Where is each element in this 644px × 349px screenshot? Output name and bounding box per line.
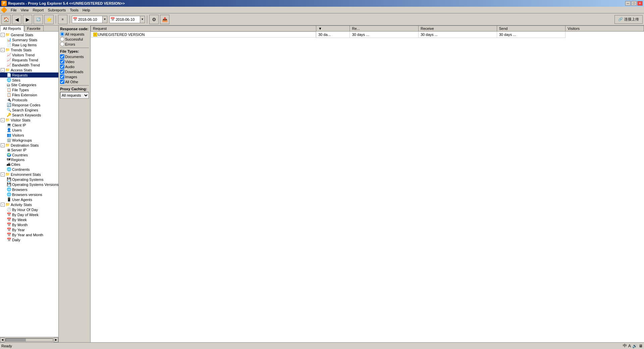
tree-horizontal-scroll[interactable]: ◀ ▶ (0, 337, 58, 342)
minimize-button[interactable]: ─ (625, 1, 631, 6)
tree-item-regions[interactable]: 🗺 Regions (0, 157, 58, 162)
toolbar-export-btn[interactable]: 📤 (160, 15, 169, 24)
col-requests[interactable]: Re... (350, 26, 419, 32)
tree-item-by-year[interactable]: 📅 By Year (0, 227, 58, 232)
radio-all-requests[interactable]: All requests (60, 32, 89, 36)
tree-item-site-categories[interactable]: 🗂 Site Categories (0, 83, 58, 87)
toolbar-btn-3[interactable]: ▶ (23, 15, 32, 24)
col-send[interactable]: Send (497, 26, 566, 32)
tree-item-by-hour[interactable]: 🕐 By Hour Of Day (0, 207, 58, 212)
tree-item-response-codes[interactable]: 🔄 Response Codes (0, 102, 58, 107)
tree-item-continents[interactable]: 🌐 Continents (0, 167, 58, 172)
tree-item-os-versions[interactable]: 💾 Operating Systems Versions (0, 182, 58, 187)
tree-item-visitors[interactable]: 👥 Visitors (0, 133, 58, 138)
menu-report[interactable]: Report (31, 7, 46, 13)
tree-item-general-stats[interactable]: - 📁 General Stats (0, 32, 58, 37)
expand-destination-stats[interactable]: - (1, 143, 5, 147)
tree-item-by-month[interactable]: 📅 By Month (0, 222, 58, 227)
menu-file[interactable]: File (9, 7, 19, 13)
date-to-input[interactable] (116, 16, 140, 23)
tree-item-browsers[interactable]: 🌐 Browsers (0, 187, 58, 192)
tree-item-file-types[interactable]: 📋 File Types (0, 87, 58, 92)
expand-activity-stats[interactable]: - (1, 203, 5, 207)
toolbar-layout-btn[interactable]: ≡ (58, 15, 67, 24)
toolbar-btn-1[interactable]: 🏠 (1, 15, 11, 24)
tree-item-workgroups[interactable]: 🏢 Workgroups (0, 138, 58, 143)
tree-item-search-keywords[interactable]: 🔑 Search Keywords (0, 112, 58, 117)
date-from-input[interactable] (78, 16, 102, 23)
cb-all-other[interactable]: All Othe (60, 80, 89, 84)
radio-successful-input[interactable] (60, 37, 64, 41)
scroll-right-btn[interactable]: ▶ (54, 338, 58, 342)
tree-item-environment-stats[interactable]: - 📁 Environment Stats (0, 172, 58, 177)
cb-video-input[interactable] (60, 59, 64, 64)
tree-item-trends-stats[interactable]: - 📁 Trends Stats (0, 47, 58, 52)
date-from-dropdown[interactable]: ▼ (102, 16, 107, 23)
tree-item-operating-systems[interactable]: 💾 Operating Systems (0, 177, 58, 182)
col-visitors[interactable]: Visitors (566, 26, 644, 32)
radio-errors[interactable]: Errors (60, 42, 89, 46)
tree-item-protocols[interactable]: 🔌 Protocols (0, 97, 58, 102)
tree-item-requests[interactable]: 📄 Requests (0, 72, 58, 78)
tree-item-users[interactable]: 👤 Users (0, 128, 58, 133)
proxy-caching-select[interactable]: All requests Cached Not cached (60, 92, 89, 99)
tree-item-sites[interactable]: 🌐 Sites (0, 78, 58, 83)
tree-item-requests-trend[interactable]: 📈 Requests Trend (0, 57, 58, 62)
tree-item-server-ip[interactable]: 🖥 Server IP (0, 148, 58, 152)
radio-errors-input[interactable] (60, 42, 64, 46)
cb-documents[interactable]: Documents (60, 54, 89, 59)
expand-general-stats[interactable]: - (1, 33, 5, 37)
toolbar-btn-2[interactable]: ◀ (12, 15, 21, 24)
tree-item-by-week[interactable]: 📅 By Week (0, 217, 58, 222)
radio-all-input[interactable] (60, 32, 64, 36)
date-to-dropdown[interactable]: ▼ (140, 16, 145, 23)
radio-successful[interactable]: Successful (60, 37, 89, 41)
table-row[interactable]: ! UNREGISTERED VERSION 30 da... 30 days … (91, 32, 644, 38)
toolbar-btn-4[interactable]: 🔄 (34, 15, 43, 24)
close-button[interactable]: ✕ (637, 1, 643, 6)
cb-video[interactable]: Video (60, 59, 89, 64)
tree-item-activity-stats[interactable]: - 📁 Activity Stats (0, 202, 58, 207)
col-request[interactable]: Request (91, 26, 316, 32)
cb-audio-input[interactable] (60, 64, 64, 69)
tree-item-user-agents[interactable]: 📱 User Agents (0, 197, 58, 202)
cb-all-other-input[interactable] (60, 80, 64, 84)
tab-all-reports[interactable]: All Reports (0, 26, 24, 32)
tree-item-daily[interactable]: 📅 Daily (0, 237, 58, 242)
tree-item-by-day-of-week[interactable]: 📅 By Day of Week (0, 212, 58, 217)
scroll-left-btn[interactable]: ◀ (0, 338, 5, 342)
tree-item-access-stats[interactable]: - 📁 Access Stats (0, 67, 58, 72)
tree-item-destination-stats[interactable]: - 📁 Destination Stats (0, 143, 58, 148)
expand-visitor-stats[interactable]: - (1, 118, 5, 122)
cb-documents-input[interactable] (60, 54, 64, 59)
expand-access-stats[interactable]: - (1, 68, 5, 72)
tree-item-bandwidth-trend[interactable]: 📈 Bandwidth Trend (0, 62, 58, 67)
table-scroll-area[interactable]: Request ▼ Re... Receive Send (91, 26, 644, 342)
maximize-button[interactable]: □ (631, 1, 637, 6)
cb-downloads-input[interactable] (60, 69, 64, 74)
tree-item-browsers-versions[interactable]: 🌐 Browsers versions (0, 192, 58, 197)
tree-item-visitor-stats[interactable]: - 📁 Visitor Stats (0, 117, 58, 122)
tree-item-search-engines[interactable]: 🔍 Search Engines (0, 107, 58, 112)
tree-item-raw-log-items[interactable]: 📄 Raw Log Items (0, 42, 58, 47)
tree-item-client-ip[interactable]: 💻 Client IP (0, 122, 58, 128)
cb-audio[interactable]: Audio (60, 64, 89, 69)
menu-view[interactable]: View (19, 7, 31, 13)
cb-images-input[interactable] (60, 74, 64, 79)
toolbar-filter-btn[interactable]: ⚙ (149, 15, 159, 24)
scroll-thumb[interactable] (5, 338, 53, 342)
tree-item-by-year-month[interactable]: 📅 By Year and Month (0, 232, 58, 237)
expand-trends-stats[interactable]: - (1, 48, 5, 52)
menu-tools[interactable]: Tools (68, 7, 80, 13)
menu-help[interactable]: Help (80, 7, 92, 13)
cb-downloads[interactable]: Downloads (60, 69, 89, 74)
tab-favorite[interactable]: Favorite (24, 26, 44, 31)
tree-item-cities[interactable]: 🏙 Cities (0, 162, 58, 167)
connect-upload-button[interactable]: 🔗 连接上传 (614, 15, 643, 24)
toolbar-btn-5[interactable]: ⭐ (44, 15, 54, 24)
tree-item-summary-stats[interactable]: 📊 Summary Stats (0, 37, 58, 42)
col-receive[interactable]: Receive (419, 26, 497, 32)
col-filter[interactable]: ▼ (316, 26, 350, 32)
tree-item-visitors-trend[interactable]: 📈 Visitors Trend (0, 52, 58, 57)
tree-item-files-extension[interactable]: 📋 Files Extension (0, 92, 58, 97)
